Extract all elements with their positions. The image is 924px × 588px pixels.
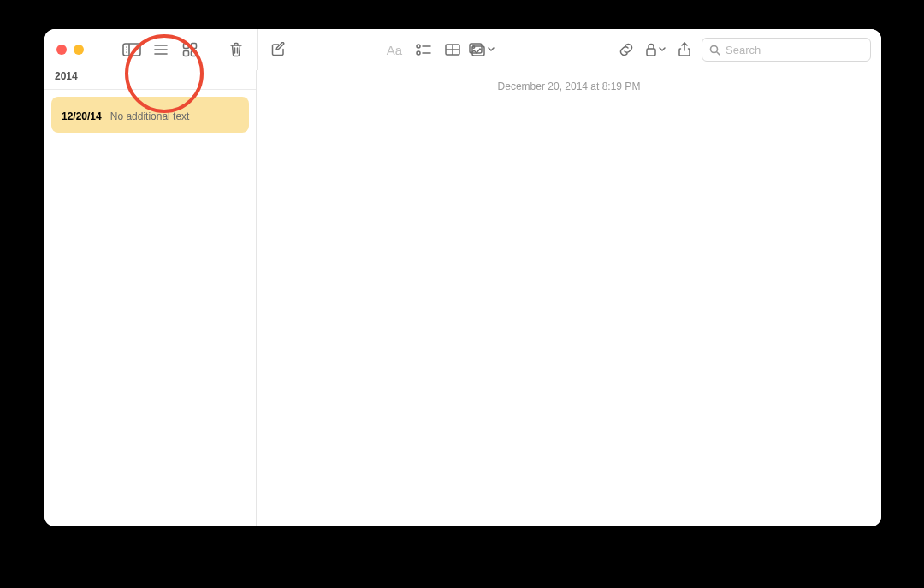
svg-point-14 xyxy=(417,45,420,48)
checklist-icon xyxy=(416,44,431,56)
share-button[interactable] xyxy=(672,38,696,62)
svg-point-4 xyxy=(126,51,127,52)
table-icon xyxy=(445,44,460,56)
window-controls xyxy=(56,45,101,55)
lock-icon xyxy=(645,43,657,56)
svg-rect-8 xyxy=(184,44,189,49)
search-placeholder: Search xyxy=(726,44,761,56)
toggle-sidebar-button[interactable] xyxy=(120,38,144,62)
list-view-icon xyxy=(153,44,169,56)
svg-line-26 xyxy=(717,52,720,55)
delete-note-button[interactable] xyxy=(224,38,248,62)
note-editor[interactable]: December 20, 2014 at 8:19 PM xyxy=(257,70,881,526)
window-body: 2014 12/20/14 No additional text Decembe… xyxy=(44,70,881,526)
svg-point-3 xyxy=(126,49,127,50)
link-button[interactable] xyxy=(614,38,638,62)
note-meta: 12/20/14 No additional text xyxy=(62,110,239,122)
note-preview: No additional text xyxy=(110,110,190,122)
toolbar-right: Aa xyxy=(257,29,881,70)
search-input[interactable]: Search xyxy=(702,38,871,62)
minimize-window-button[interactable] xyxy=(74,45,84,55)
checklist-button[interactable] xyxy=(412,38,435,62)
lock-menu-button[interactable] xyxy=(643,38,667,62)
note-timestamp: December 20, 2014 at 8:19 PM xyxy=(257,70,881,101)
table-button[interactable] xyxy=(441,38,465,62)
photo-icon xyxy=(469,43,486,56)
media-menu-button[interactable] xyxy=(470,38,494,62)
svg-rect-11 xyxy=(192,51,197,56)
gallery-view-button[interactable] xyxy=(178,38,202,62)
svg-rect-10 xyxy=(184,51,189,56)
chevron-down-icon xyxy=(488,47,495,52)
text-format-icon: Aa xyxy=(387,43,402,57)
trash-icon xyxy=(229,42,243,57)
svg-point-16 xyxy=(417,51,420,55)
svg-rect-9 xyxy=(192,44,197,49)
new-note-button[interactable] xyxy=(266,38,290,62)
compose-icon xyxy=(270,42,286,57)
note-list: 12/20/14 No additional text xyxy=(44,90,256,140)
notes-window: Aa xyxy=(44,29,881,526)
search-icon xyxy=(709,45,726,56)
share-icon xyxy=(678,42,690,57)
text-format-button[interactable]: Aa xyxy=(382,38,406,62)
svg-rect-24 xyxy=(647,49,655,56)
toolbar-left xyxy=(44,29,257,70)
chevron-down-icon xyxy=(659,47,666,52)
note-list-item[interactable]: 12/20/14 No additional text xyxy=(51,97,249,133)
grid-icon xyxy=(182,42,198,57)
link-icon xyxy=(619,42,634,57)
svg-point-25 xyxy=(711,45,718,52)
note-date: 12/20/14 xyxy=(62,110,102,122)
sidebar-toggle-icon xyxy=(122,43,141,56)
toolbar: Aa xyxy=(44,29,881,70)
close-window-button[interactable] xyxy=(56,45,67,55)
notes-list-sidebar: 2014 12/20/14 No additional text xyxy=(44,70,257,526)
list-view-button[interactable] xyxy=(149,38,173,62)
section-header: 2014 xyxy=(44,70,256,90)
svg-point-2 xyxy=(126,46,127,47)
